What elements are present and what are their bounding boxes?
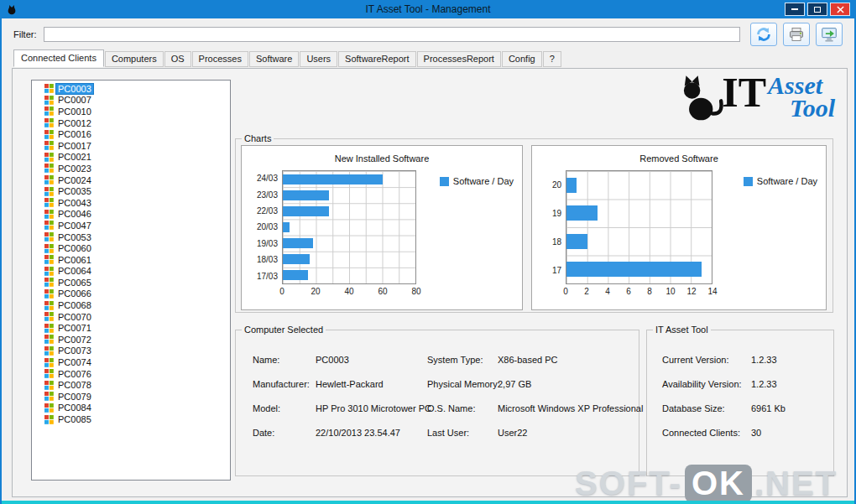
it-asset-fields: Current Version:1.2.33Availability Versi… xyxy=(647,335,833,438)
tree-item-pc0078[interactable]: PC0078 xyxy=(32,379,230,391)
logo-text-stack: Asset Tool xyxy=(768,74,835,119)
tree-item-pc0012[interactable]: PC0012 xyxy=(32,117,230,129)
computer-selected-groupbox: Computer Selected Name:PC0003Manufacture… xyxy=(235,325,639,476)
refresh-button[interactable] xyxy=(750,23,777,46)
x-tick-label: 12 xyxy=(686,287,696,296)
bar xyxy=(566,262,702,277)
tree-item-label: PC0076 xyxy=(56,369,93,379)
bar-row xyxy=(283,252,415,268)
chart-title: Removed Software xyxy=(532,153,826,164)
y-tick-label: 23/03 xyxy=(242,186,282,202)
tree-item-pc0046[interactable]: PC0046 xyxy=(32,209,230,221)
close-button[interactable] xyxy=(830,3,850,16)
y-tick-label: 19/03 xyxy=(242,236,282,252)
tree-item-label: PC0017 xyxy=(56,141,93,151)
field-label: System Type: xyxy=(427,355,498,365)
tree-item-pc0024[interactable]: PC0024 xyxy=(32,174,230,186)
tree-item-pc0043[interactable]: PC0043 xyxy=(32,197,230,209)
tree-item-pc0084[interactable]: PC0084 xyxy=(32,403,230,414)
legend-swatch xyxy=(440,177,449,186)
tab-software[interactable]: Software xyxy=(249,51,299,67)
tab-computers[interactable]: Computers xyxy=(105,51,164,67)
field-value: 1.2.33 xyxy=(751,355,777,365)
field-value: 30 xyxy=(751,428,761,438)
y-tick-label: 18 xyxy=(532,227,566,256)
tree-item-pc0065[interactable]: PC0065 xyxy=(32,277,230,288)
tree-item-pc0079[interactable]: PC0079 xyxy=(32,391,230,403)
filter-input[interactable] xyxy=(44,27,741,42)
field-row: O.S. Name:Microsoft Windows XP Professio… xyxy=(427,403,643,413)
tree-item-pc0017[interactable]: PC0017 xyxy=(32,140,230,152)
tree-item-pc0066[interactable]: PC0066 xyxy=(32,288,230,300)
tree-item-label: PC0024 xyxy=(56,175,93,185)
tree-item-label: PC0070 xyxy=(56,312,93,322)
app-logo: IT Asset Tool xyxy=(680,70,835,122)
tab-processes[interactable]: Processes xyxy=(192,51,248,67)
tree-item-pc0016[interactable]: PC0016 xyxy=(32,128,230,140)
tree-item-pc0060[interactable]: PC0060 xyxy=(32,242,230,254)
tree-item-label: PC0003 xyxy=(56,84,93,94)
computer-selected-label: Computer Selected xyxy=(242,325,326,335)
tree-item-pc0053[interactable]: PC0053 xyxy=(32,231,230,243)
maximize-button[interactable] xyxy=(807,3,827,16)
tree-item-pc0076[interactable]: PC0076 xyxy=(32,368,230,380)
tree-item-pc0023[interactable]: PC0023 xyxy=(32,163,230,174)
bar-row xyxy=(566,171,712,200)
tree-item-pc0073[interactable]: PC0073 xyxy=(32,346,230,357)
tab-connected-clients[interactable]: Connected Clients xyxy=(13,49,104,67)
windows-logo-icon xyxy=(44,324,54,333)
chart-legend: Software / Day xyxy=(744,176,817,186)
bar-row xyxy=(283,268,415,283)
tree-item-pc0071[interactable]: PC0071 xyxy=(32,322,230,334)
tab-os[interactable]: OS xyxy=(164,51,191,67)
tree-item-pc0064[interactable]: PC0064 xyxy=(32,266,230,278)
client-tree[interactable]: PC0003PC0007PC0010PC0012PC0016PC0017PC00… xyxy=(31,80,231,481)
tab-config[interactable]: Config xyxy=(502,51,542,67)
tab--[interactable]: ? xyxy=(543,51,561,67)
bar-row xyxy=(283,187,415,203)
tree-item-pc0003[interactable]: PC0003 xyxy=(32,83,230,95)
export-button[interactable] xyxy=(816,23,843,46)
tree-item-pc0074[interactable]: PC0074 xyxy=(32,356,230,368)
windows-logo-icon xyxy=(44,381,54,390)
field-row: Date:22/10/2013 23.54.47 xyxy=(253,428,427,438)
watermark-ok: OK xyxy=(685,465,752,502)
y-tick-label: 24/03 xyxy=(242,170,282,186)
tree-item-pc0068[interactable]: PC0068 xyxy=(32,299,230,311)
tree-item-pc0035[interactable]: PC0035 xyxy=(32,185,230,197)
field-row: Database Size:6961 Kb xyxy=(662,403,833,413)
tree-item-pc0047[interactable]: PC0047 xyxy=(32,220,230,231)
tab-processesreport[interactable]: ProcessesReport xyxy=(417,51,501,67)
tree-item-label: PC0012 xyxy=(56,118,93,128)
tree-item-pc0007[interactable]: PC0007 xyxy=(32,95,230,107)
tab-softwarereport[interactable]: SoftwareReport xyxy=(338,51,415,67)
toolbar-buttons xyxy=(750,23,843,46)
bar-row xyxy=(283,203,415,219)
tree-item-pc0070[interactable]: PC0070 xyxy=(32,311,230,323)
tree-item-pc0085[interactable]: PC0085 xyxy=(32,413,230,425)
field-label: Connected Clients: xyxy=(662,428,751,438)
chart-legend: Software / Day xyxy=(440,176,514,186)
logo-text-it: IT xyxy=(722,70,766,114)
tree-item-label: PC0072 xyxy=(56,335,93,345)
windows-logo-icon xyxy=(44,278,54,287)
print-button[interactable] xyxy=(783,23,810,46)
field-label: Name: xyxy=(253,355,316,365)
tab-users[interactable]: Users xyxy=(300,51,337,67)
legend-label: Software / Day xyxy=(453,176,514,186)
tree-item-label: PC0023 xyxy=(56,164,93,174)
printer-icon xyxy=(788,26,805,43)
tree-item-pc0072[interactable]: PC0072 xyxy=(32,334,230,346)
y-tick-label: 20/03 xyxy=(242,219,282,235)
x-tick-label: 40 xyxy=(344,287,353,296)
windows-logo-icon xyxy=(44,346,54,356)
legend-label: Software / Day xyxy=(757,176,817,186)
minimize-button[interactable] xyxy=(785,3,805,16)
tree-item-pc0010[interactable]: PC0010 xyxy=(32,106,230,117)
tree-item-pc0021[interactable]: PC0021 xyxy=(32,152,230,164)
maximize-icon xyxy=(814,7,821,13)
toolbar: Filter: xyxy=(2,18,854,49)
tree-item-label: PC0066 xyxy=(56,288,93,299)
titlebar[interactable]: IT Asset Tool - Management xyxy=(2,0,854,18)
tree-item-pc0061[interactable]: PC0061 xyxy=(32,254,230,266)
